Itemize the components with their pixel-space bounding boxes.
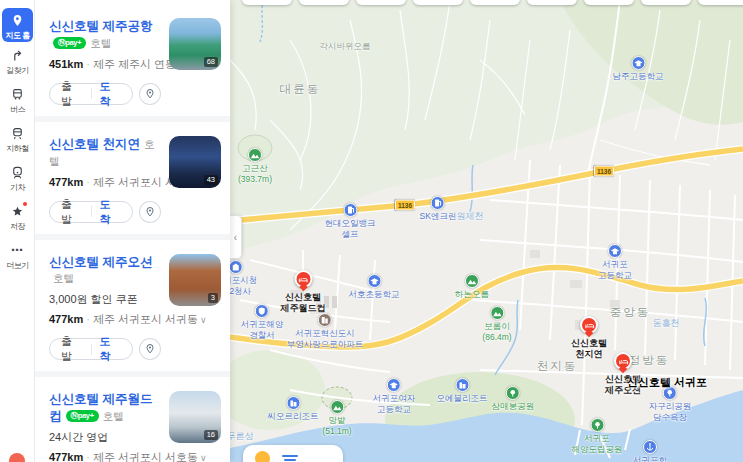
hotel-name-link[interactable]: 신신호텔 제주월드컵 (49, 392, 152, 423)
nav-item-map-home[interactable]: 지도 홈 (2, 8, 33, 42)
subway-icon (0, 126, 35, 140)
distance-region: 477km·제주 서귀포시 서귀동∨ (49, 312, 161, 327)
route-buttons: 출발도착 (49, 83, 133, 105)
hotel-marker[interactable]: 신신호텔천지연 (571, 316, 607, 361)
region-label: 제주 서귀포시 서귀동 (93, 313, 198, 325)
arrive-button[interactable]: 도착 (92, 197, 133, 227)
nav-item-bus[interactable]: 버스 (0, 87, 35, 115)
turn-arrow-icon (0, 48, 35, 62)
stream-label: 푸른성 (230, 430, 254, 443)
map-filter-chip[interactable] (470, 0, 520, 5)
nav-item-train[interactable]: 기차 (0, 165, 35, 193)
category-label: 호텔 (90, 37, 111, 49)
listing-extra-info: 3,000원 할인 쿠폰 (49, 292, 161, 307)
poi-park: 서귀포해양도립공원 (572, 418, 623, 454)
listing-extra-info: 24시간 영업 (49, 430, 161, 445)
hotel-name-link[interactable]: 신신호텔 제주공항 (49, 19, 152, 33)
poi-school: 서귀포고등학교 (598, 244, 632, 280)
depart-button[interactable]: 출발 (50, 334, 91, 364)
hotel-listing[interactable]: 신신호텔 제주월드컵Ⓝpay+호텔24시간 영업477km·제주 서귀포시 서호… (35, 377, 230, 462)
road-shield-1136: 1136 (395, 200, 415, 211)
depart-button[interactable]: 출발 (50, 197, 91, 227)
distance-value: 451km (49, 58, 83, 70)
hotel-photo[interactable]: 3 (169, 254, 221, 306)
poi-mountain: 망밭(51.1m) (322, 400, 351, 436)
gov-icon (230, 260, 243, 274)
route-buttons: 출발도착 (49, 338, 133, 360)
map-filter-chip[interactable] (299, 0, 349, 5)
arrive-button[interactable]: 도착 (92, 334, 133, 364)
panel-top-accent (50, 0, 146, 3)
hotel-name-link[interactable]: 신신호텔 제주오션 (49, 255, 152, 269)
nav-item-label: 기차 (0, 182, 35, 193)
photo-count-badge: 43 (204, 175, 218, 185)
show-on-map-button[interactable] (139, 201, 161, 223)
nav-item-directions[interactable]: 길찾기 (0, 48, 35, 76)
fine-dust-icon (282, 453, 300, 462)
apartment-icon (318, 313, 332, 327)
nav-item-label: 저장 (0, 221, 35, 232)
photo-count-badge: 16 (204, 430, 218, 440)
gas-icon (343, 203, 357, 217)
port-icon (643, 440, 657, 454)
gas-icon (431, 196, 445, 210)
poi-police: 서귀포해양경찰서 (241, 304, 284, 340)
result-list: 신신호텔 제주공항Ⓝpay+호텔451km·제주 제주시 연동∨출발도착68신신… (35, 4, 230, 462)
school-icon (608, 244, 622, 258)
poi-apartment: 서귀포혁신도시부영사랑으로아파트 (287, 313, 364, 349)
npay-badge: Ⓝpay+ (53, 37, 86, 49)
hotel-marker[interactable]: 신신호텔제주월드컵 (281, 270, 326, 315)
map-filter-chip[interactable] (242, 0, 292, 5)
star-icon (0, 204, 35, 218)
hotel-name-link[interactable]: 신신호텔 천지연 (49, 137, 140, 151)
map-filter-chip[interactable] (413, 0, 463, 5)
poi-gas: SK엔크린 (420, 196, 457, 222)
nav-item-save[interactable]: 저장 (0, 204, 35, 232)
chevron-down-icon[interactable]: ∨ (200, 315, 207, 325)
hotel-photo[interactable]: 43 (169, 136, 221, 188)
distance-region: 477km·제주 서귀포시 서귀동∨ (49, 175, 161, 190)
chevron-down-icon[interactable]: ∨ (200, 453, 207, 462)
hotel-listing[interactable]: 신신호텔 제주오션호텔3,000원 할인 쿠폰477km·제주 서귀포시 서귀동… (35, 240, 230, 372)
nav-item-more[interactable]: ⋯더보기 (0, 243, 35, 271)
nav-item-label: 지하철 (0, 143, 35, 154)
show-on-map-button[interactable] (139, 338, 161, 360)
map-filter-chip[interactable] (698, 0, 743, 5)
panel-collapse-button[interactable]: ‹ (230, 215, 242, 259)
distance-value: 477km (49, 313, 83, 325)
stream-label: 원제천 (457, 210, 484, 223)
bus-icon (0, 87, 35, 101)
hotel-photo[interactable]: 16 (169, 391, 221, 443)
selected-hotel-label[interactable]: 신신호텔 서귀포 (627, 375, 707, 390)
category-label: 호텔 (53, 272, 74, 284)
road-shield-1136: 1136 (594, 166, 614, 177)
poi-mountain: 하논오름 (455, 274, 489, 300)
nav-item-label: 더보기 (0, 260, 35, 271)
hotel-photo[interactable]: 68 (169, 18, 221, 70)
poi-school: 서귀포여자고등학교 (373, 378, 416, 414)
nav-rail: 지도 홈길찾기버스지하철기차저장⋯더보기 (0, 0, 35, 462)
depart-button[interactable]: 출발 (50, 79, 91, 109)
poi-port: 서귀포항 (633, 440, 667, 462)
stream-label: 동홍천 (653, 317, 680, 330)
nav-item-subway[interactable]: 지하철 (0, 126, 35, 154)
district-label: 대륜동 (280, 82, 321, 97)
arrive-button[interactable]: 도착 (92, 79, 133, 109)
district-label: 천지동 (537, 359, 578, 374)
show-on-map-button[interactable] (139, 83, 161, 105)
dots-icon: ⋯ (0, 243, 35, 257)
npay-badge: Ⓝpay+ (66, 410, 99, 422)
resort-icon (286, 396, 300, 410)
map-filter-chip[interactable] (584, 0, 634, 5)
poi-gov: 서귀포시청제2청사 (230, 260, 257, 296)
map-filter-chip[interactable] (527, 0, 577, 5)
hotel-listing[interactable]: 신신호텔 천지연호텔477km·제주 서귀포시 서귀동∨출발도착43 (35, 122, 230, 234)
mountain-icon (490, 306, 504, 320)
map-filter-chip[interactable] (356, 0, 406, 5)
hotel-listing[interactable]: 신신호텔 제주공항Ⓝpay+호텔451km·제주 제주시 연동∨출발도착68 (35, 4, 230, 116)
results-panel: 신신호텔 제주공항Ⓝpay+호텔451km·제주 제주시 연동∨출발도착68신신… (35, 0, 230, 462)
map-filter-chip[interactable] (641, 0, 691, 5)
weather-widget[interactable] (243, 445, 343, 462)
school-icon (387, 378, 401, 392)
sun-weather-icon (255, 451, 270, 462)
